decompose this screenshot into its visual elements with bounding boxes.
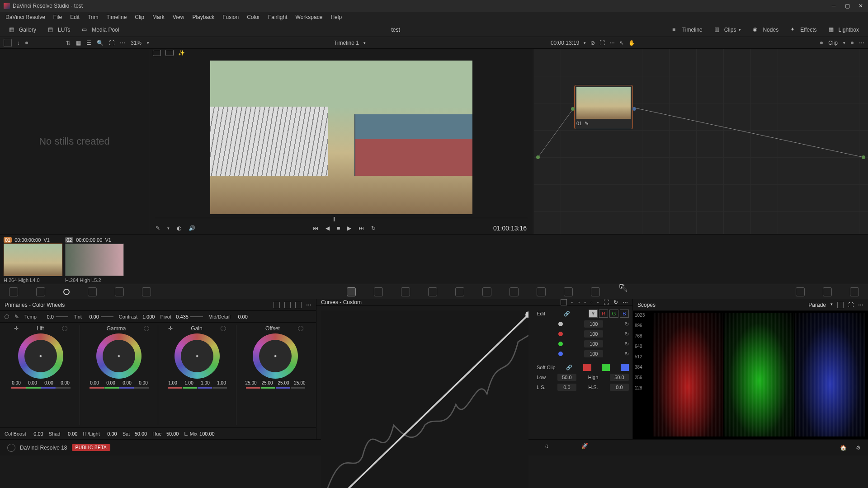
clip-thumbnail[interactable]: 0200:00:00:00V1 H.264 High L5.2 (65, 237, 124, 281)
nodes-toggle[interactable]: ◉Nodes (749, 24, 782, 35)
softclip-high[interactable]: 50.0 (610, 374, 629, 381)
sat-value[interactable]: 50.00 (132, 431, 147, 436)
node-01[interactable]: 01✎ (574, 85, 633, 129)
lmix-value[interactable]: 100.00 (199, 431, 215, 436)
more-icon[interactable]: ⋯ (120, 40, 125, 46)
softclip-g[interactable] (602, 364, 610, 371)
cloud-icon[interactable] (7, 444, 15, 452)
picker-icon[interactable]: ✎ (14, 314, 19, 320)
reset-icon[interactable]: ↻ (625, 321, 629, 327)
marker-icon[interactable] (25, 42, 28, 44)
middetail-value[interactable]: 0.00 (232, 314, 248, 319)
softclip-hs[interactable]: 0.0 (610, 384, 629, 391)
menu-item[interactable]: Mark (152, 14, 165, 20)
colboost-value[interactable]: 0.00 (28, 431, 43, 436)
settings-icon[interactable]: ⚙ (856, 445, 861, 451)
channel-b-tab[interactable]: B (620, 310, 629, 318)
cross-icon[interactable]: ✛ (14, 325, 19, 332)
warper-icon[interactable] (374, 287, 383, 296)
shad-value[interactable]: 0.00 (62, 431, 77, 436)
viewer-scrubber[interactable] (155, 218, 528, 222)
clips-toggle[interactable]: ▥Clips▾ (711, 24, 745, 35)
intensity-g[interactable]: 100 (584, 340, 603, 347)
sort-icon[interactable]: ⇅ (66, 40, 71, 46)
wheels-icon[interactable] (63, 289, 70, 295)
gain-wheel[interactable] (175, 333, 220, 379)
scope-mode[interactable]: Parade (808, 302, 826, 308)
dot-icon[interactable]: ◦ (597, 299, 599, 305)
dot-icon[interactable]: ◦ (590, 299, 592, 305)
clip-mode[interactable]: Clip (828, 40, 838, 46)
wand-icon[interactable]: ✨ (178, 50, 185, 56)
curves-mode-icon[interactable] (561, 299, 567, 305)
3d-icon[interactable] (591, 287, 600, 296)
color-match-icon[interactable] (36, 287, 45, 296)
more-icon[interactable]: ⋯ (623, 299, 628, 305)
log-mode-icon[interactable] (295, 302, 302, 308)
split-icon[interactable] (165, 50, 174, 56)
maximize-button[interactable]: ▢ (844, 2, 851, 9)
curves-icon[interactable] (347, 287, 356, 296)
dot-icon[interactable]: ◦ (578, 299, 580, 305)
menu-item[interactable]: Trim (88, 14, 99, 20)
scope-option-icon[interactable] (837, 302, 844, 308)
menu-item[interactable]: Fusion (222, 14, 239, 20)
menu-item[interactable]: DaVinci Resolve (5, 14, 45, 20)
cross-icon[interactable]: ✛ (168, 325, 173, 332)
expand-icon[interactable]: ⛶ (604, 299, 609, 305)
minimize-button[interactable]: ─ (830, 2, 837, 9)
stop-button[interactable]: ■ (337, 225, 340, 231)
hdr-icon[interactable] (88, 287, 97, 296)
softclip-b[interactable] (621, 364, 629, 371)
reset-icon[interactable] (298, 326, 303, 331)
menu-item[interactable]: Color (247, 14, 260, 20)
intensity-r[interactable]: 100 (584, 330, 603, 338)
channel-g-tab[interactable]: G (609, 310, 618, 318)
keyframe-icon[interactable] (796, 287, 805, 296)
more-icon[interactable]: ⋯ (609, 40, 615, 46)
menu-item[interactable]: File (53, 14, 62, 20)
fullscreen-icon[interactable]: ⛶ (599, 40, 605, 46)
more-icon[interactable]: ⋯ (859, 40, 864, 46)
pivot-value[interactable]: 0.435 (173, 314, 189, 319)
qualifier-icon[interactable] (401, 287, 410, 296)
expand-icon[interactable]: ⛶ (109, 40, 114, 46)
intensity-y[interactable]: 100 (584, 320, 603, 328)
tint-value[interactable]: 0.00 (84, 314, 99, 319)
gamma-wheel[interactable] (96, 333, 142, 379)
motion-icon[interactable] (142, 287, 151, 296)
reset-icon[interactable]: ↻ (625, 331, 629, 337)
link-icon[interactable]: 🔗 (566, 365, 572, 371)
curve-graph[interactable] (316, 306, 533, 488)
deliver-page-icon[interactable]: 🚀 (581, 443, 591, 453)
bypass-icon[interactable]: ⊘ (590, 40, 595, 46)
menu-item[interactable]: View (173, 14, 184, 20)
step-back-button[interactable]: ◀ (326, 225, 330, 231)
stills-view-icon[interactable] (4, 39, 12, 47)
search-icon[interactable]: 🔍 (97, 40, 104, 46)
softclip-r[interactable] (583, 364, 591, 371)
channel-y-tab[interactable]: Y (589, 310, 598, 318)
wipe-icon[interactable]: ◐ (177, 225, 181, 231)
next-clip-button[interactable]: ⏭ (359, 225, 364, 231)
reset-icon[interactable]: ↻ (625, 351, 629, 357)
menu-item[interactable]: Timeline (106, 14, 127, 20)
menu-item[interactable]: Fairlight (268, 14, 288, 20)
lift-wheel[interactable] (18, 333, 63, 379)
lightbox-toggle[interactable]: ▦Lightbox (825, 24, 863, 35)
prev-clip-button[interactable]: ⏮ (313, 225, 318, 231)
temp-value[interactable]: 0.0 (38, 314, 54, 319)
dot-icon[interactable]: ◦ (584, 299, 586, 305)
viewer-preview[interactable] (210, 61, 472, 214)
wheels-mode-icon[interactable] (274, 302, 280, 308)
camera-raw-icon[interactable] (9, 287, 18, 296)
clip-thumbnail[interactable]: 0100:00:00:00V1 H.264 High L4.0 (4, 237, 62, 281)
mute-icon[interactable]: 🔊 (189, 225, 195, 231)
node-graph[interactable]: 01✎ (533, 49, 868, 234)
reset-icon[interactable]: ↻ (613, 299, 618, 305)
dot-icon[interactable]: ◦ (571, 299, 573, 305)
expand-icon[interactable]: ⛶ (848, 302, 854, 308)
blur-icon[interactable] (509, 287, 519, 296)
menu-item[interactable]: Edit (70, 14, 80, 20)
tracking-icon[interactable] (455, 287, 464, 296)
